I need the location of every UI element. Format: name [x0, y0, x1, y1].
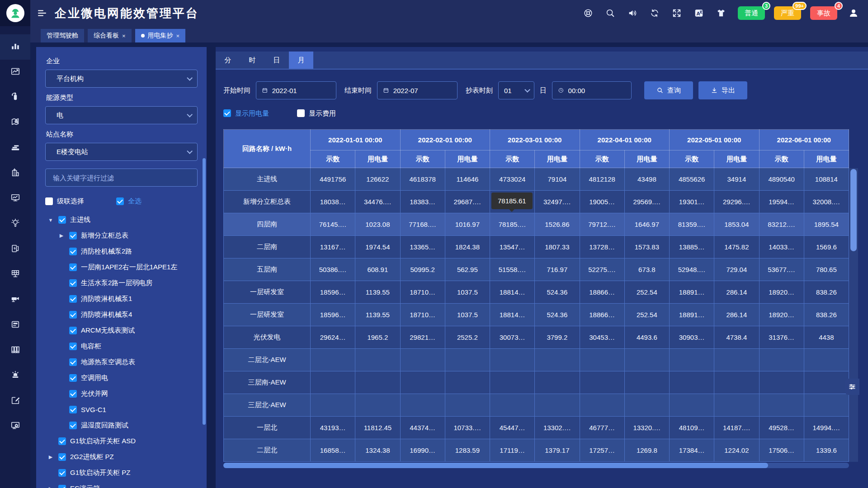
value-cell[interactable]: 1037.5	[445, 281, 490, 304]
period-tab-3[interactable]: 日	[264, 52, 289, 69]
value-cell[interactable]: 18814…	[490, 281, 535, 304]
value-cell[interactable]	[490, 371, 535, 394]
value-cell[interactable]: 13167…	[311, 236, 355, 258]
value-cell[interactable]	[580, 371, 624, 394]
select-all-checkbox[interactable]	[116, 197, 124, 205]
sidebar-filter-select-2[interactable]: 电	[45, 106, 198, 124]
value-cell[interactable]: 1016.97	[445, 213, 490, 236]
value-cell[interactable]: 83212.…	[759, 213, 804, 236]
value-cell[interactable]: 1269.8	[624, 439, 669, 462]
value-cell[interactable]: 18596…	[311, 304, 355, 326]
table-row[interactable]: 光伏发电29624…1965.229821…2525.230073…3799.2…	[224, 326, 849, 349]
value-cell[interactable]: 29296.…	[714, 191, 759, 213]
value-cell[interactable]: 16858…	[311, 439, 355, 462]
tree-item[interactable]: ▼主进线	[45, 212, 198, 228]
value-cell[interactable]	[490, 394, 535, 417]
tree-checkbox[interactable]	[69, 295, 77, 303]
value-cell[interactable]: 1379.17	[535, 439, 580, 462]
value-cell[interactable]	[804, 371, 849, 394]
rail-item-control-card[interactable]	[0, 313, 30, 338]
value-cell[interactable]: 286.14	[714, 304, 759, 326]
arrow-down-icon[interactable]: ▼	[47, 217, 54, 223]
value-cell[interactable]: 18920…	[759, 304, 804, 326]
value-cell[interactable]: 1037.5	[445, 304, 490, 326]
fullscreen-icon[interactable]	[672, 8, 682, 18]
tree-checkbox[interactable]	[58, 437, 66, 445]
rail-item-hospital[interactable]	[0, 161, 30, 186]
toggle-label[interactable]: 显示用电量	[235, 109, 269, 118]
value-cell[interactable]: 1824.38	[445, 236, 490, 258]
value-cell[interactable]: 13547…	[490, 236, 535, 258]
value-cell[interactable]: 838.26	[804, 281, 849, 304]
alarm-badge-3[interactable]: 事故 4	[810, 6, 837, 20]
rail-item-trend-chart[interactable]	[0, 60, 30, 85]
meter-time-input[interactable]	[552, 81, 632, 99]
value-cell[interactable]	[804, 394, 849, 417]
arrow-right-icon[interactable]: ▶	[47, 454, 54, 460]
value-cell[interactable]: 108814	[804, 168, 849, 191]
value-cell[interactable]: 17384…	[670, 439, 714, 462]
period-tab-1[interactable]: 分	[216, 52, 240, 69]
value-cell[interactable]: 29569.…	[624, 191, 669, 213]
translate-icon[interactable]: A	[694, 8, 704, 18]
value-cell[interactable]: 31376…	[759, 326, 804, 349]
value-cell[interactable]: 4491756	[311, 168, 355, 191]
meter-day-select[interactable]: 01	[498, 81, 534, 99]
value-cell[interactable]: 716.97	[535, 258, 580, 281]
value-cell[interactable]: 252.54	[624, 304, 669, 326]
value-cell[interactable]	[400, 394, 445, 417]
value-cell[interactable]	[311, 371, 355, 394]
value-cell[interactable]: 18383…	[400, 191, 445, 213]
value-cell[interactable]: 2525.2	[445, 326, 490, 349]
value-cell[interactable]: 1895.54	[804, 213, 849, 236]
value-cell[interactable]: 18866…	[580, 281, 624, 304]
value-cell[interactable]: 4812128	[580, 168, 624, 191]
value-cell[interactable]	[580, 394, 624, 417]
table-row[interactable]: 一层研发室18596…1139.5518710…1037.518814…524.…	[224, 304, 849, 326]
value-cell[interactable]: 76145.…	[311, 213, 355, 236]
tree-item[interactable]: G1软启动开关柜 ASD	[45, 433, 198, 449]
tree-checkbox[interactable]	[58, 485, 66, 488]
tree-checkbox[interactable]	[69, 422, 77, 429]
rail-item-fire-extinguisher[interactable]	[0, 85, 30, 110]
value-cell[interactable]: 18866…	[580, 304, 624, 326]
value-cell[interactable]: 3799.2	[535, 326, 580, 349]
value-cell[interactable]	[311, 394, 355, 417]
tree-item[interactable]: 生活水泵2路一层弱电房	[45, 275, 198, 291]
value-cell[interactable]	[445, 349, 490, 371]
tshirt-icon[interactable]	[716, 8, 726, 18]
arrow-right-icon[interactable]: ▶	[47, 486, 54, 488]
value-cell[interactable]	[714, 371, 759, 394]
value-cell[interactable]: 46777…	[580, 417, 624, 439]
value-cell[interactable]: 29687.…	[445, 191, 490, 213]
value-cell[interactable]: 18920…	[759, 281, 804, 304]
period-tab-4[interactable]: 月	[289, 52, 313, 69]
value-cell[interactable]: 4733024	[490, 168, 535, 191]
toggle-checkbox[interactable]	[297, 109, 305, 117]
value-cell[interactable]	[355, 349, 400, 371]
sidebar-filter-select-3[interactable]: E楼变电站	[45, 143, 198, 161]
tree-item[interactable]: ▶2G2进线柜 PZ	[45, 449, 198, 465]
value-cell[interactable]: 18710…	[400, 304, 445, 326]
value-cell[interactable]	[624, 394, 669, 417]
value-cell[interactable]	[670, 371, 714, 394]
value-cell[interactable]: 43498	[624, 168, 669, 191]
value-cell[interactable]: 1224.02	[714, 439, 759, 462]
value-cell[interactable]: 13320.…	[624, 417, 669, 439]
value-cell[interactable]	[400, 349, 445, 371]
value-cell[interactable]: 126622	[355, 168, 400, 191]
value-cell[interactable]	[624, 371, 669, 394]
value-cell[interactable]: 1139.55	[355, 304, 400, 326]
value-cell[interactable]: 4438	[804, 326, 849, 349]
rail-item-alarm[interactable]	[0, 363, 30, 389]
value-cell[interactable]	[535, 371, 580, 394]
value-cell[interactable]: 18596…	[311, 281, 355, 304]
close-icon[interactable]: ×	[176, 33, 180, 39]
export-button[interactable]: 导出	[698, 81, 747, 99]
column-settings-handle[interactable]	[845, 379, 859, 395]
value-cell[interactable]: 252.54	[624, 281, 669, 304]
value-cell[interactable]: 4493.6	[624, 326, 669, 349]
rail-item-map-search[interactable]	[0, 110, 30, 136]
value-cell[interactable]: 1569.6	[804, 236, 849, 258]
cascade-checkbox[interactable]	[45, 197, 53, 205]
